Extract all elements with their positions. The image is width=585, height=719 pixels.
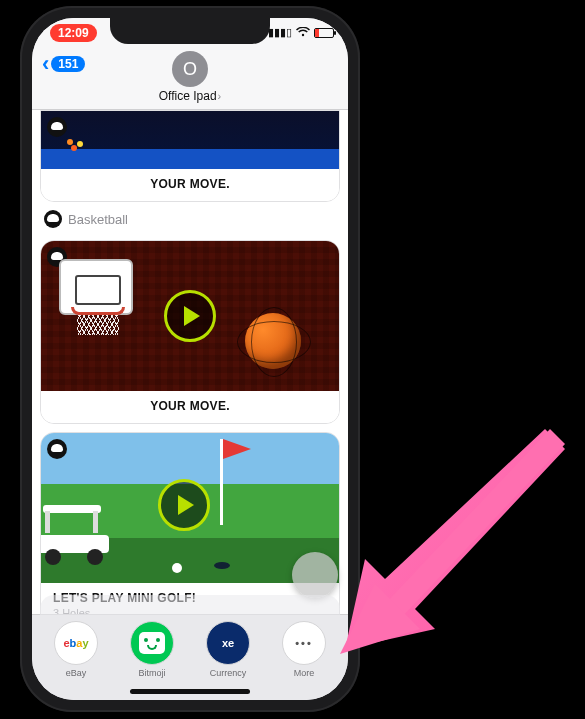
play-button[interactable] (158, 479, 210, 531)
ebay-icon: ebay (54, 621, 98, 665)
bitmoji-icon (130, 621, 174, 665)
play-icon (178, 495, 194, 515)
notch (110, 18, 270, 44)
gamepigeon-app-icon (44, 210, 62, 228)
home-indicator[interactable] (130, 689, 250, 694)
svg-marker-0 (345, 429, 565, 649)
game-card-sea[interactable]: YOUR MOVE. (40, 110, 340, 202)
xe-icon: xe (206, 621, 250, 665)
contact-name[interactable]: Office Ipad› (159, 89, 222, 103)
gamepigeon-icon (47, 117, 67, 137)
drawer-app-label: More (294, 668, 315, 678)
game-thumbnail (41, 433, 339, 583)
game-card-basketball[interactable]: YOUR MOVE. (40, 240, 340, 424)
signal-icon: ▮▮▮▯ (268, 26, 292, 39)
battery-icon (314, 28, 334, 38)
flag-icon (223, 439, 251, 459)
drawer-app-label: Bitmoji (138, 668, 165, 678)
message-scroll-area[interactable]: YOUR MOVE. Basketball (32, 110, 348, 614)
phone-frame: 12:09 ▮▮▮▯ ‹ 151 O Office Ipad› (20, 6, 360, 712)
basketball-icon (245, 313, 301, 369)
game-thumbnail (41, 241, 339, 391)
svg-marker-1 (385, 429, 565, 619)
drawer-app-more[interactable]: ••• More (270, 621, 338, 678)
wifi-icon (296, 27, 310, 39)
gamepigeon-icon (47, 439, 67, 459)
imessage-app-drawer[interactable]: ebay eBay Bitmoji xe Currency ••• More (32, 614, 348, 700)
screen: 12:09 ▮▮▮▯ ‹ 151 O Office Ipad› (32, 18, 348, 700)
back-button[interactable]: ‹ 151 (42, 56, 85, 72)
drawer-app-label: Currency (210, 668, 247, 678)
game-status-label: YOUR MOVE. (53, 399, 327, 413)
play-button[interactable] (164, 290, 216, 342)
more-icon: ••• (282, 621, 326, 665)
game-name-label: Basketball (68, 212, 128, 227)
drawer-app-ebay[interactable]: ebay eBay (42, 621, 110, 678)
chevron-left-icon: ‹ (42, 57, 49, 71)
golf-cart-icon (40, 505, 121, 565)
game-status-label: YOUR MOVE. (53, 177, 327, 191)
contact-avatar[interactable]: O (172, 51, 208, 87)
drawer-app-label: eBay (66, 668, 87, 678)
unread-count-badge: 151 (51, 56, 85, 72)
scroll-to-bottom-button[interactable] (292, 552, 338, 598)
chevron-right-icon: › (218, 90, 222, 102)
contact-name-label: Office Ipad (159, 89, 217, 103)
play-icon (184, 306, 200, 326)
game-thumbnail (41, 111, 339, 169)
recording-time-pill[interactable]: 12:09 (50, 24, 97, 42)
drawer-app-bitmoji[interactable]: Bitmoji (118, 621, 186, 678)
drawer-app-currency[interactable]: xe Currency (194, 621, 262, 678)
